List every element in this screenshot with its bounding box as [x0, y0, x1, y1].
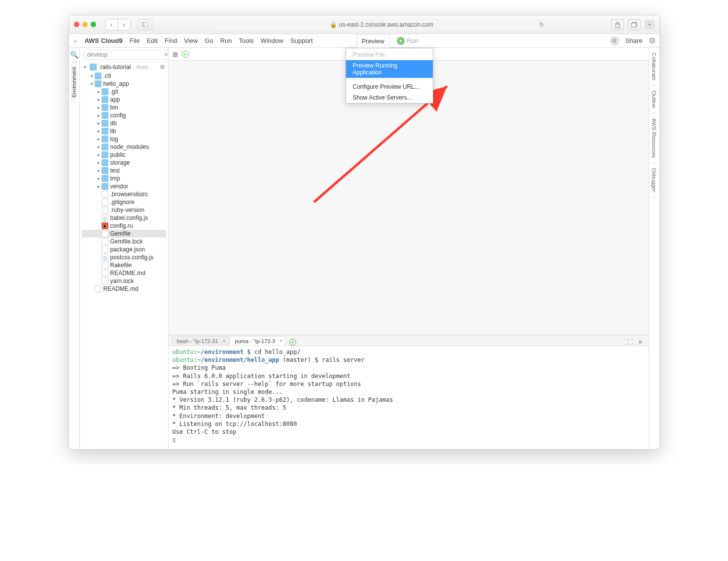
sidebar-search-input[interactable] [83, 50, 169, 60]
dd-show-servers[interactable]: Show Active Servers... [346, 92, 433, 103]
menu-support[interactable]: Support [290, 37, 313, 44]
chevron-right-icon: ▸ [97, 89, 102, 94]
close-tab-icon[interactable]: × [223, 338, 226, 344]
address-bar[interactable]: 🔒 us-east-2.console.aws.amazon.com ↻ [215, 19, 548, 31]
menu-find[interactable]: Find [165, 37, 177, 44]
tree-folder[interactable]: ▸.git [82, 88, 166, 96]
rail-outline[interactable]: Outline [651, 86, 657, 113]
play-icon [397, 37, 405, 45]
tree-folder[interactable]: ▸db [82, 119, 166, 127]
terminal-output[interactable]: ubuntu:~/environment $ cd hello_app/ubun… [169, 346, 649, 449]
avatar[interactable]: R [610, 36, 620, 46]
run-button[interactable]: Run [397, 37, 418, 45]
dd-configure-url[interactable]: Configure Preview URL... [346, 81, 433, 92]
new-file-tab-button[interactable]: + [182, 51, 189, 58]
reload-icon[interactable]: ↻ [539, 21, 544, 28]
tree-folder[interactable]: ▸bin [82, 104, 166, 111]
forward-button[interactable]: › [118, 19, 130, 30]
tree-file[interactable]: .ruby-version [82, 206, 166, 214]
chevron-right-icon: ▸ [97, 97, 102, 102]
tree-item-label: lib [110, 128, 116, 135]
file-tree: ▾.c9▾hello_app▸.git▸app▸bin▸config▸db▸li… [80, 72, 168, 298]
tree-folder[interactable]: ▸lib [82, 127, 166, 135]
tree-folder[interactable]: ▸vendor [82, 182, 166, 190]
right-rail: Collaborate Outline AWS Resources Debugg… [649, 48, 659, 449]
menu-file[interactable]: File [130, 37, 140, 44]
share-menu[interactable]: Share [625, 37, 643, 44]
close-panel-icon[interactable]: ✕ [638, 339, 643, 346]
share-button[interactable] [611, 19, 624, 30]
new-tab-button[interactable]: + [645, 20, 655, 30]
tree-file[interactable]: Rakefile [82, 261, 166, 269]
workspace-gear-icon[interactable]: ⚙ [160, 64, 165, 70]
menu-preview[interactable]: Preview [356, 35, 390, 48]
sidebar-toggle-button[interactable] [138, 19, 152, 30]
menu-window[interactable]: Window [261, 37, 283, 44]
tree-folder[interactable]: ▸tmp [82, 175, 166, 182]
rail-debugger[interactable]: Debugger [651, 163, 657, 197]
collapse-icon[interactable]: ▲ [73, 38, 78, 43]
folder-icon [102, 120, 108, 127]
folder-icon [102, 112, 108, 119]
tree-folder[interactable]: ▸node_modules [82, 143, 166, 151]
clear-search-icon[interactable]: ✕ [164, 51, 169, 58]
run-label: Run [407, 37, 418, 44]
menu-go[interactable]: Go [205, 37, 213, 44]
tree-item-label: .c9 [104, 72, 111, 79]
minimize-window-button[interactable] [82, 22, 88, 27]
tree-file[interactable]: ◇babel.config.js [82, 214, 166, 222]
search-icon[interactable]: 🔍 [70, 48, 78, 62]
nav-button-group: ‹ › [105, 19, 131, 31]
close-window-button[interactable] [74, 22, 79, 27]
tree-file[interactable]: ◇postcss.config.js [82, 253, 166, 261]
tree-file[interactable]: ♦config.ru [82, 222, 166, 230]
tree-file[interactable]: Gemfile.lock [82, 238, 166, 245]
terminal-tab[interactable]: bash - "ip-172-31× [172, 336, 229, 346]
url-text: us-east-2.console.aws.amazon.com [339, 21, 433, 28]
folder-icon [102, 159, 108, 166]
tree-folder[interactable]: ▸config [82, 111, 166, 119]
tabs-button[interactable] [628, 19, 641, 30]
workspace-header[interactable]: ▾ rails-tutorial - /hom ⚙ [80, 62, 168, 72]
menu-run[interactable]: Run [220, 37, 232, 44]
tree-file[interactable]: .browserslistrc [82, 190, 166, 198]
tree-file[interactable]: package.json [82, 245, 166, 253]
tree-folder[interactable]: ▸public [82, 151, 166, 159]
chevron-right-icon: ▸ [97, 113, 102, 118]
tree-folder[interactable]: ▸test [82, 167, 166, 175]
menu-edit[interactable]: Edit [147, 37, 158, 44]
tree-folder[interactable]: ▾.c9 [82, 72, 166, 80]
dd-preview-running[interactable]: Preview Running Application [346, 60, 433, 78]
new-terminal-button[interactable]: + [289, 339, 296, 346]
tree-item-label: node_modules [110, 143, 149, 150]
tree-item-label: yarn.lock [110, 278, 134, 284]
tree-file[interactable]: yarn.lock [82, 277, 166, 285]
chevron-right-icon: ▸ [97, 152, 102, 157]
rail-aws-resources[interactable]: AWS Resources [651, 113, 657, 163]
file-icon: ♦ [102, 222, 108, 229]
gear-icon[interactable]: ⚙ [649, 36, 656, 45]
window-controls [74, 22, 96, 27]
rail-environment[interactable]: Environment [71, 62, 77, 103]
close-tab-icon[interactable]: × [279, 338, 282, 344]
tree-item-label: tmp [110, 175, 120, 182]
maximize-panel-icon[interactable]: ⛶ [627, 339, 633, 346]
rail-collaborate[interactable]: Collaborate [651, 48, 657, 86]
terminal-tab[interactable]: puma - "ip-172-3× [230, 336, 286, 346]
file-icon [102, 262, 108, 269]
tree-file[interactable]: README.md [82, 285, 166, 293]
tree-folder[interactable]: ▸app [82, 96, 166, 104]
zoom-window-button[interactable] [91, 22, 96, 27]
tree-folder[interactable]: ▸storage [82, 159, 166, 167]
chevron-right-icon: ▸ [97, 144, 102, 149]
menu-view[interactable]: View [184, 37, 198, 44]
tree-folder[interactable]: ▾hello_app [82, 80, 166, 88]
tree-file[interactable]: README.md [82, 269, 166, 277]
back-button[interactable]: ‹ [105, 19, 118, 30]
chevron-right-icon: ▸ [97, 184, 102, 189]
panel-icon[interactable]: ▦ [173, 51, 178, 58]
tree-file[interactable]: Gemfile [82, 230, 166, 238]
tree-file[interactable]: .gitignore [82, 198, 166, 206]
tree-folder[interactable]: ▸log [82, 135, 166, 143]
menu-tools[interactable]: Tools [239, 37, 254, 44]
